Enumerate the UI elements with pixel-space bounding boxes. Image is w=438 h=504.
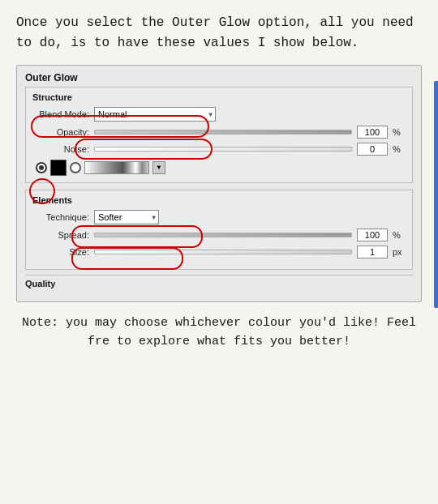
page-container: Once you select the Outer Glow option, a…: [0, 0, 438, 504]
noise-label: Noise:: [32, 144, 89, 154]
technique-select[interactable]: Softer Precise: [94, 210, 159, 224]
noise-slider[interactable]: [94, 147, 352, 152]
quality-section: Quality: [25, 275, 413, 288]
blue-accent-bar: [434, 81, 438, 308]
opacity-slider[interactable]: [94, 130, 352, 135]
blend-mode-row: Blend Mode: Normal Multiply Screen: [32, 107, 406, 122]
spread-input[interactable]: [357, 229, 388, 241]
structure-section: Structure Blend Mode: Normal Multiply Sc…: [25, 87, 413, 183]
size-unit: px: [393, 247, 406, 257]
size-label: Size:: [32, 247, 89, 257]
gradient-radio[interactable]: [70, 162, 81, 173]
technique-label: Technique:: [32, 212, 89, 222]
spread-slider[interactable]: [94, 233, 352, 237]
structure-title: Structure: [32, 92, 406, 102]
size-row: Size: px: [32, 246, 406, 258]
spread-label: Spread:: [32, 230, 89, 240]
noise-row: Noise: %: [32, 143, 406, 156]
outer-glow-panel: Outer Glow Structure Blend Mode: Normal …: [16, 65, 422, 302]
gradient-swatch[interactable]: [84, 161, 149, 174]
spread-unit: %: [393, 230, 406, 240]
noise-input[interactable]: [357, 143, 388, 156]
gradient-dropdown-arrow[interactable]: ▼: [152, 161, 165, 174]
intro-text: Once you select the Outer Glow option, a…: [16, 13, 422, 53]
size-input[interactable]: [357, 246, 388, 258]
quality-title: Quality: [25, 279, 413, 288]
blend-mode-label: Blend Mode:: [32, 109, 89, 119]
panel-title: Outer Glow: [25, 72, 413, 83]
technique-row: Technique: Softer Precise: [32, 210, 406, 224]
elements-section: Elements Technique: Softer Precise Sprea…: [25, 190, 413, 270]
solid-radio[interactable]: [36, 162, 47, 173]
opacity-row: Opacity: %: [32, 126, 406, 139]
opacity-input[interactable]: [357, 126, 388, 139]
opacity-label: Opacity:: [32, 127, 89, 137]
elements-title: Elements: [32, 195, 406, 205]
opacity-unit: %: [393, 127, 406, 137]
blend-mode-select[interactable]: Normal Multiply Screen: [94, 107, 216, 122]
black-color-swatch[interactable]: [50, 160, 67, 176]
size-slider[interactable]: [94, 250, 352, 254]
spread-row: Spread: %: [32, 229, 406, 241]
color-row: ▼: [36, 160, 406, 176]
note-text: Note: you may choose whichever colour yo…: [16, 314, 422, 352]
noise-unit: %: [393, 144, 406, 154]
technique-select-wrapper[interactable]: Softer Precise: [94, 210, 159, 224]
blend-mode-select-wrapper[interactable]: Normal Multiply Screen: [94, 107, 216, 122]
